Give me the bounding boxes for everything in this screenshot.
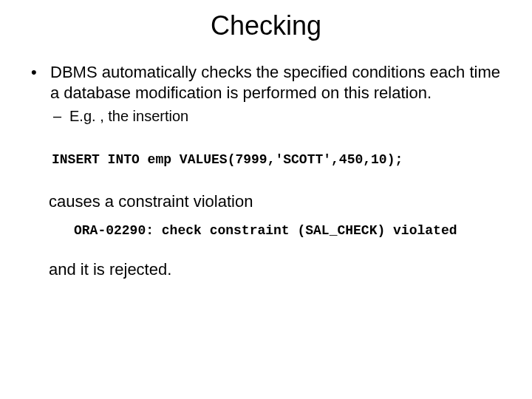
code-error-message: ORA-02290: check constraint (SAL_CHECK) … [74,223,505,238]
bullet-text: DBMS automatically checks the specified … [50,63,500,102]
body-text-violation: causes a constraint violation [49,192,505,211]
code-insert-statement: INSERT INTO emp VALUES(7999,'SCOTT',450,… [52,152,505,167]
bullet-list: DBMS automatically checks the specified … [27,62,505,126]
sub-bullet-text: E.g. , the insertion [69,108,188,124]
sub-bullet-item: E.g. , the insertion [50,107,505,126]
bullet-item: DBMS automatically checks the specified … [27,62,505,126]
body-text-rejected: and it is rejected. [49,260,505,279]
slide-title: Checking [27,10,505,41]
sub-bullet-list: E.g. , the insertion [50,107,505,126]
slide: Checking DBMS automatically checks the s… [0,0,532,399]
